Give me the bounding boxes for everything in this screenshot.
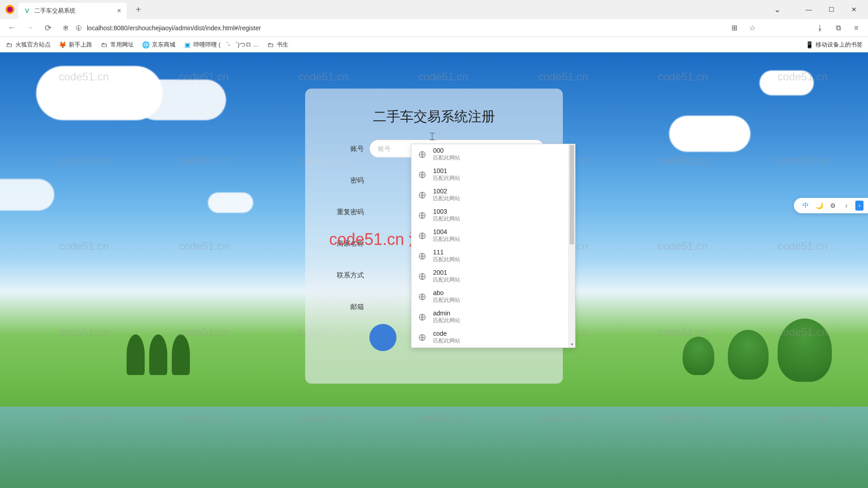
autocomplete-main: abo (433, 289, 460, 296)
bookmark-item[interactable]: 🗀火狐官方站点 (5, 41, 51, 49)
tab-close-icon[interactable]: × (117, 7, 121, 15)
tree-decoration (127, 334, 145, 375)
menu-icon[interactable]: ≡ (850, 22, 863, 34)
scroll-down-icon[interactable]: ▾ (569, 341, 575, 347)
autocomplete-item[interactable]: 1002匹配此网站 (411, 185, 568, 205)
firefox-logo-icon (4, 3, 16, 16)
extensions-icon[interactable]: ⧉ (832, 22, 844, 34)
tabs-dropdown-icon[interactable]: ⌄ (767, 2, 788, 17)
autocomplete-item[interactable]: 1003匹配此网站 (411, 205, 568, 225)
autocomplete-sub: 匹配此网站 (433, 256, 460, 263)
autocomplete-item[interactable]: admin匹配此网站 (411, 307, 568, 327)
forward-button[interactable]: → (24, 22, 36, 34)
mobile-bookmarks[interactable]: 📱移动设备上的书签 (806, 41, 863, 49)
qr-icon[interactable]: ⊞ (728, 22, 741, 34)
autocomplete-main: 1002 (433, 188, 460, 195)
globe-icon (418, 313, 427, 322)
tree-decoration (149, 334, 167, 375)
folder-icon: 🗀 (267, 41, 274, 48)
downloads-icon[interactable]: ⭳ (814, 22, 826, 34)
globe-icon (418, 211, 427, 220)
bookmark-item[interactable]: 🗀书生 (267, 41, 288, 49)
autocomplete-sub: 匹配此网站 (433, 296, 460, 304)
autocomplete-sub: 匹配此网站 (433, 195, 460, 202)
autocomplete-main: 1004 (433, 228, 460, 235)
bookmark-item[interactable]: 🗀常用网址 (100, 41, 134, 49)
merchant-label: 商家名称 (323, 239, 364, 248)
globe-icon (418, 191, 427, 200)
confirm-password-label: 重复密码 (323, 208, 364, 216)
tree-decoration (728, 330, 769, 380)
tree-decoration (778, 319, 832, 382)
firefox-icon: 🦊 (59, 41, 66, 48)
globe-icon (418, 231, 427, 240)
autocomplete-item[interactable]: 000匹配此网站 (411, 144, 568, 164)
minimize-button[interactable]: — (798, 2, 819, 17)
autocomplete-main: 000 (433, 147, 460, 154)
ime-toolbar[interactable]: 中 🌙 ⚙ › › (794, 198, 868, 213)
new-tab-button[interactable]: + (132, 3, 145, 16)
autocomplete-item[interactable]: 111匹配此网站 (411, 246, 568, 266)
vue-favicon-icon: V (24, 7, 31, 14)
mobile-icon: 📱 (806, 41, 813, 48)
autocomplete-item[interactable]: code匹配此网站 (411, 327, 568, 347)
page-content: code51.cn code51.cn code51.cn code51.cn … (0, 52, 868, 488)
autocomplete-main: 2001 (433, 269, 460, 276)
bilibili-icon: ▣ (184, 41, 191, 48)
scrollbar-thumb[interactable] (570, 145, 574, 244)
cloud-decoration (136, 80, 226, 120)
lock-icon: 🛈 (74, 23, 83, 33)
browser-tab[interactable]: V 二手车交易系统 × (18, 3, 127, 19)
autocomplete-dropdown: 000匹配此网站1001匹配此网站1002匹配此网站1003匹配此网站1004匹… (411, 144, 576, 348)
shield-icon: ⛨ (61, 23, 71, 33)
autocomplete-sub: 匹配此网站 (433, 317, 460, 324)
autocomplete-sub: 匹配此网站 (433, 174, 460, 182)
bookmark-star-icon[interactable]: ☆ (746, 22, 759, 34)
globe-icon (418, 150, 427, 159)
cloud-decoration (669, 116, 750, 152)
bookmarks-bar: 🗀火狐官方站点 🦊新手上路 🗀常用网址 🌐京东商城 ▣哔哩哔哩 ( ゜- ゜)つ… (0, 37, 868, 52)
autocomplete-sub: 匹配此网站 (433, 235, 460, 243)
ime-expand-button[interactable]: › (855, 201, 863, 211)
ime-chevron-icon[interactable]: › (842, 201, 851, 210)
globe-icon (418, 272, 427, 281)
contact-label: 联系方式 (323, 271, 364, 280)
bookmark-item[interactable]: 🦊新手上路 (59, 41, 92, 49)
ime-language[interactable]: 中 (801, 201, 810, 210)
autocomplete-main: 1001 (433, 167, 460, 174)
tab-title: 二手车交易系统 (34, 7, 75, 15)
bookmark-item[interactable]: ▣哔哩哔哩 ( ゜- ゜)つロ … (184, 41, 259, 49)
cloud-decoration (208, 192, 253, 213)
autocomplete-scrollbar[interactable]: ▴ ▾ (568, 144, 575, 347)
bookmark-item[interactable]: 🌐京东商城 (142, 41, 175, 49)
globe-icon (418, 170, 427, 179)
autocomplete-item[interactable]: 2001匹配此网站 (411, 266, 568, 286)
tree-decoration (683, 337, 714, 375)
water-reflection (0, 407, 868, 488)
maximize-button[interactable]: ☐ (821, 2, 842, 17)
url-bar[interactable]: ⛨ 🛈 localhost:8080/ershouchejiaoyi/admin… (60, 21, 722, 35)
globe-icon (418, 292, 427, 301)
browser-chrome: V 二手车交易系统 × + ⌄ — ☐ ✕ ← → ⟳ ⛨ 🛈 localhos… (0, 0, 868, 52)
autocomplete-main: code (433, 330, 460, 337)
back-button[interactable]: ← (5, 22, 18, 34)
cloud-decoration (0, 179, 54, 211)
svg-point-1 (7, 7, 13, 12)
form-title: 二手车交易系统注册 (323, 108, 545, 126)
autocomplete-main: 1003 (433, 208, 460, 215)
autocomplete-sub: 匹配此网站 (433, 154, 460, 162)
globe-icon: 🌐 (142, 41, 149, 48)
account-label: 账号 (323, 145, 364, 153)
autocomplete-item[interactable]: abo匹配此网站 (411, 286, 568, 307)
reload-button[interactable]: ⟳ (42, 22, 54, 34)
folder-icon: 🗀 (5, 41, 13, 48)
ime-settings-icon[interactable]: ⚙ (828, 201, 837, 210)
close-window-button[interactable]: ✕ (844, 2, 864, 17)
ime-moon-icon[interactable]: 🌙 (815, 201, 824, 210)
autocomplete-sub: 匹配此网站 (433, 215, 460, 223)
submit-button[interactable] (369, 324, 396, 351)
autocomplete-sub: 匹配此网站 (433, 276, 460, 284)
autocomplete-item[interactable]: 1001匹配此网站 (411, 164, 568, 185)
autocomplete-item[interactable]: 1004匹配此网站 (411, 225, 568, 246)
password-label: 密码 (323, 176, 364, 185)
